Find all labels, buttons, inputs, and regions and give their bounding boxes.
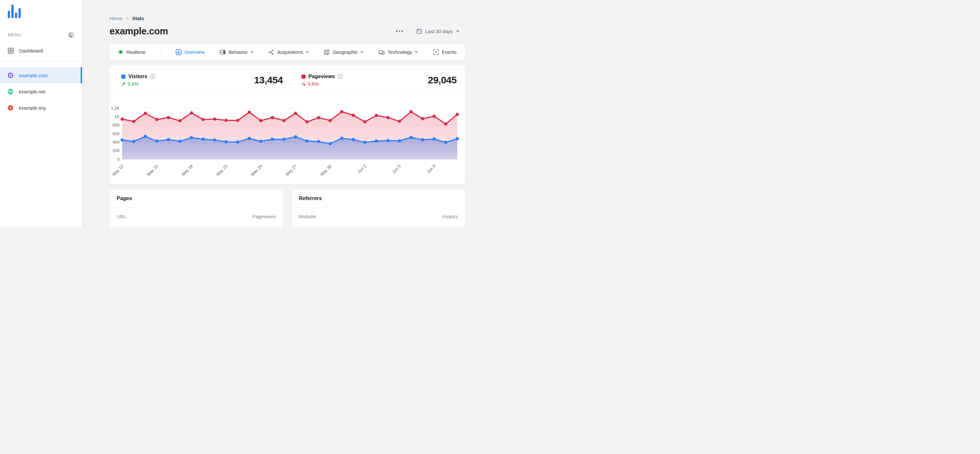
info-icon[interactable] — [150, 74, 155, 79]
bar-chart-icon — [176, 49, 181, 55]
traffic-chart[interactable]: 02004006008001K1.2KMay 12May 15May 18May… — [110, 96, 465, 184]
trend-down-icon: ↘ — [301, 81, 305, 87]
calendar-icon — [417, 29, 422, 34]
date-range-label: Last 30 days — [425, 29, 453, 34]
svg-text:600: 600 — [113, 131, 119, 136]
sidebar-item-dashboard[interactable]: Dashboard — [8, 48, 82, 54]
pageviews-value: 29,045 — [428, 75, 457, 86]
pages-card: Pages URL Pageviews — [110, 190, 283, 227]
tab-divider — [161, 44, 161, 60]
trend-up-icon: ↗ — [121, 81, 126, 87]
tab-geographic[interactable]: Geographic — [324, 49, 364, 55]
svg-text:Jun 5: Jun 5 — [391, 164, 402, 174]
scan-target-icon — [433, 49, 439, 55]
svg-text:May 12: May 12 — [111, 164, 124, 177]
breadcrumb-home[interactable]: Home — [110, 16, 123, 21]
site-clover-icon — [8, 73, 13, 78]
svg-text:May 21: May 21 — [215, 164, 229, 177]
svg-text:May 15: May 15 — [146, 164, 159, 177]
page-title: example.com — [110, 26, 168, 37]
dashboard-grid-icon — [8, 48, 14, 54]
devices-icon — [379, 49, 385, 55]
site-label: example.com — [19, 73, 48, 78]
pages-card-title: Pages — [110, 190, 283, 207]
svg-text:400: 400 — [113, 140, 119, 145]
tab-acquisitions[interactable]: Acquisitions — [268, 49, 309, 55]
referrers-card: Referrers Website Visitors — [292, 190, 465, 227]
chevron-down-icon — [415, 51, 418, 53]
chevron-down-icon — [250, 51, 253, 53]
pages-col-url: URL — [117, 214, 126, 219]
dashboard-label: Dashboard — [19, 48, 43, 54]
main-content: Home › Stats example.com — [82, 0, 490, 227]
chevron-down-icon — [305, 51, 309, 53]
svg-text:1.2K: 1.2K — [111, 106, 119, 111]
svg-text:Jun 2: Jun 2 — [356, 164, 367, 174]
site-label: example.org — [19, 105, 46, 111]
visitors-stat: Visitors ↗ 5.6% 13,454 — [110, 65, 292, 95]
ellipsis-icon — [396, 30, 398, 32]
mascot-face-icon[interactable] — [68, 32, 74, 38]
breadcrumb-stats: Stats — [132, 16, 144, 21]
visitors-change: ↗ 5.6% — [121, 81, 155, 87]
svg-text:1K: 1K — [115, 114, 119, 119]
sidebar: MENU Dashboard example.com — [0, 0, 82, 227]
visitors-swatch — [121, 75, 126, 79]
share-branch-icon — [268, 49, 274, 55]
tab-realtime[interactable]: Realtime — [118, 49, 145, 55]
svg-text:May 30: May 30 — [319, 164, 332, 177]
menu-label: MENU — [8, 32, 21, 37]
referrers-col-visitors: Visitors — [442, 214, 458, 219]
svg-text:May 27: May 27 — [285, 164, 298, 177]
date-range-button[interactable]: Last 30 days — [411, 25, 465, 37]
visitors-value: 13,454 — [254, 75, 283, 86]
site-waves-icon — [8, 89, 13, 94]
referrers-card-title: Referrers — [292, 190, 465, 207]
overview-chart-card: Visitors ↗ 5.6% 13,454 — [110, 65, 465, 184]
visitors-label: Visitors — [128, 73, 147, 80]
chevron-down-icon — [456, 30, 460, 32]
pageviews-change: ↘ 3.8% — [301, 81, 343, 87]
layout-icon — [220, 49, 226, 55]
pages-col-pageviews: Pageviews — [252, 214, 276, 219]
svg-text:200: 200 — [113, 148, 119, 153]
more-options-button[interactable] — [395, 28, 404, 35]
svg-text:May 24: May 24 — [250, 164, 263, 177]
realtime-live-dot-icon — [118, 49, 124, 55]
pageviews-swatch — [301, 75, 305, 79]
info-icon[interactable] — [338, 74, 343, 79]
svg-text:0: 0 — [117, 157, 119, 162]
svg-text:800: 800 — [113, 123, 119, 127]
app-logo-icon — [8, 5, 21, 18]
svg-text:Jun 8: Jun 8 — [426, 164, 436, 174]
svg-text:May 18: May 18 — [180, 164, 194, 177]
chevron-down-icon — [360, 51, 364, 53]
tab-overview[interactable]: Overview — [176, 49, 205, 55]
tab-behavior[interactable]: Behavior — [220, 49, 253, 55]
site-bolt-icon — [8, 105, 13, 111]
sidebar-item-example-org[interactable]: example.org — [0, 100, 82, 116]
referrers-col-website: Website — [299, 214, 316, 219]
tab-technology[interactable]: Technology — [379, 49, 418, 55]
map-icon — [324, 49, 329, 55]
tab-bar: Realtime Overview — [110, 44, 465, 60]
stats-row: Visitors ↗ 5.6% 13,454 — [110, 65, 465, 96]
sidebar-divider — [0, 61, 82, 61]
pageviews-stat: Pageviews ↘ 3.8% 29,045 — [292, 65, 465, 95]
breadcrumb-chevron-icon: › — [126, 15, 128, 21]
sidebar-item-example-net[interactable]: example.net — [0, 83, 82, 100]
breadcrumb: Home › Stats — [110, 0, 465, 21]
pageviews-label: Pageviews — [309, 73, 335, 80]
tab-events[interactable]: Events — [433, 49, 457, 55]
site-label: example.net — [19, 89, 45, 94]
sidebar-item-example-com[interactable]: example.com — [0, 67, 82, 83]
